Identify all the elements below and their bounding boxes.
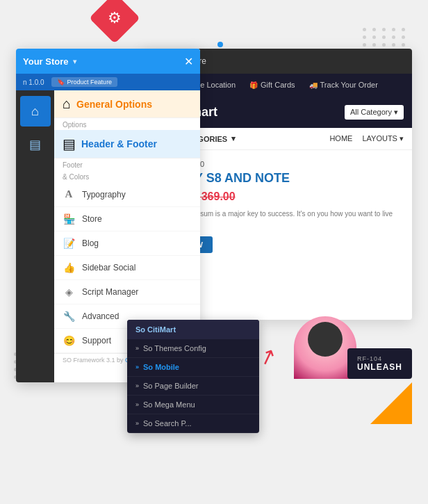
general-options-title: General Options [76,99,152,110]
sidebar-social-label: Sidebar Social [82,263,135,273]
layouts-link[interactable]: LAYOUTS ▾ [362,134,404,143]
dropdown-overlay: So CitiMart » So Themes Config » So Mobi… [127,320,259,433]
blog-icon: 📝 [63,238,75,249]
dropdown-header: So CitiMart [127,320,259,339]
menu-item-blog[interactable]: 📝 Blog [54,231,200,256]
footer-sublabel: Footer [54,158,200,170]
dropdown-item-search[interactable]: » So Search P... [127,414,259,433]
gift-icon: 🎁 [249,81,258,89]
arrow-icon-3: » [135,382,139,389]
orange-triangle-decoration [370,382,412,424]
admin-topbar: Your Store ▾ ✕ [16,49,200,74]
sidebar-icon-home[interactable]: ⌂ [20,96,51,127]
dropdown-arrow-icon: ▾ [73,58,76,65]
sidebar-icon-header[interactable]: ▤ [20,129,51,160]
dropdown-item-page-builder[interactable]: » So Page Builder [127,377,259,396]
store-label: Store [82,214,102,224]
options-sublabel: Options [54,118,200,130]
close-button[interactable]: ✕ [184,55,193,68]
chevron-down-icon: ▾ [231,134,236,143]
sidebar-icons: ⌂ ▤ [16,90,54,382]
category-select-label: All Category [350,108,392,116]
typography-label: Typography [82,190,126,200]
rf-label: RF-104 [357,355,402,362]
store-icon: 🏪 [63,213,75,225]
advanced-label: Advanced [82,311,119,321]
version-text: n 1.0.0 [23,79,44,86]
header-footer-title: Header & Footer [81,138,157,149]
header-section-icon: ▤ [63,136,76,152]
track-icon: 🚚 [309,81,318,89]
nav-track-order: 🚚 Track Your Order [309,81,378,89]
arrow-icon-2: » [135,364,139,371]
dropdown-item-themes-config[interactable]: » So Themes Config [127,339,259,358]
home-icon: ⌂ [31,104,39,119]
support-label: Support [82,336,111,346]
category-select[interactable]: All Category ▾ [345,105,404,120]
gear-icon: ⚙ [108,9,122,27]
blog-label: Blog [82,238,99,248]
footer-text: SO Framework 3.1 by [63,357,124,364]
product-rf104-card: RF-104 UNLEASH [347,348,412,379]
store-nav-links: HOME LAYOUTS ▾ [329,134,404,143]
menu-item-store[interactable]: 🏪 Store [54,207,200,231]
arrow-icon-5: » [135,420,139,427]
product-feature-button[interactable]: 🔖 Product Feature [51,77,118,87]
dropdown-item-mobile[interactable]: » So Mobile [127,358,259,377]
advanced-icon: 🔧 [63,311,75,322]
menu-item-typography[interactable]: A Typography [54,182,200,207]
general-options-section[interactable]: ⌂ General Options [54,90,200,118]
version-bar: n 1.0.0 🔖 Product Feature [16,74,200,90]
home-section-icon: ⌂ [63,96,71,112]
social-icon: 👍 [63,262,75,273]
support-icon: 😊 [63,335,75,346]
main-wrapper: ⚙ Powerful Admin Panel ⊞ View Store 📍 St… [0,0,428,504]
unleash-label: UNLEASH [357,362,402,372]
store-name: Your Store ▾ [23,56,76,67]
colors-sublabel: & Colors [54,170,200,182]
home-link[interactable]: HOME [329,134,352,143]
header-footer-section[interactable]: ▤ Header & Footer [54,130,200,158]
dropdown-item-mega-menu[interactable]: » So Mega Menu [127,396,259,414]
menu-item-script-manager[interactable]: ◈ Script Manager [54,280,200,304]
blue-dot-accent [217,42,223,47]
header-icon: ▤ [29,137,41,152]
typography-icon: A [63,188,75,200]
script-icon: ◈ [63,286,75,298]
module-arrow-icon: ↗ [256,342,280,371]
script-manager-label: Script Manager [82,287,138,297]
arrow-icon: » [135,345,139,352]
nav-gift-cards: 🎁 Gift Cards [249,81,295,89]
menu-item-sidebar-social[interactable]: 👍 Sidebar Social [54,256,200,280]
bookmark-icon: 🔖 [57,79,65,86]
store-name-label: Your Store [23,56,69,67]
screenshot-area: ⊞ View Store 📍 Store Location 🎁 Gift Car… [16,49,412,424]
arrow-icon-4: » [135,401,139,408]
